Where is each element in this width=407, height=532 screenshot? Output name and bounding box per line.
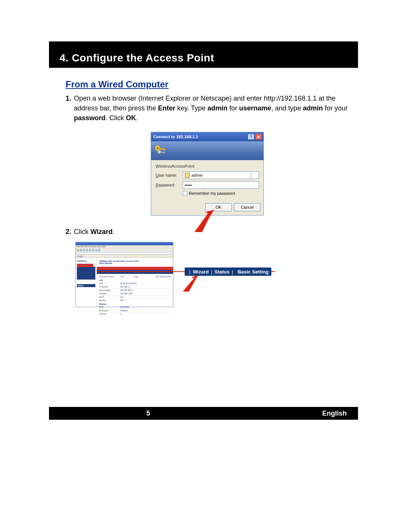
browser-toolbar [76, 248, 173, 252]
home-icon[interactable] [89, 249, 91, 251]
admin-sidebar: TRENDnet Status [76, 258, 97, 307]
section-title: 4. Configure the Access Point [60, 52, 214, 64]
arrow-to-wizard-icon [183, 275, 202, 292]
content-area: From a Wired Computer 1. Open a web brow… [49, 68, 358, 307]
brand-logo: TRENDnet [77, 260, 95, 262]
callout-status[interactable]: Status [214, 269, 230, 275]
step-1: 1. Open a web browser (Internet Explorer… [66, 93, 349, 123]
remember-checkbox-row[interactable]: Remember my password [183, 191, 259, 196]
username-value: admin [191, 173, 203, 177]
sidebar-nav [77, 267, 95, 280]
favorites-icon[interactable] [95, 249, 97, 251]
dialog-title: Connect to 192.168.1.1 [153, 135, 198, 139]
step-2-text: Click Wizard. [74, 227, 349, 237]
login-dialog: Connect to 192.168.1.1 ? ✕ [151, 132, 264, 216]
password-field[interactable]: ••••• [183, 181, 259, 189]
browser-window: File Edit View Favorites Tools Help Goog… [75, 242, 173, 307]
browser-titlebar [76, 242, 173, 245]
address-input[interactable] [77, 252, 172, 254]
ok-button[interactable]: OK [205, 203, 232, 211]
remember-checkbox[interactable] [183, 191, 187, 196]
page-footer: 5 English [49, 407, 358, 420]
close-button[interactable]: ✕ [255, 134, 262, 140]
username-dropdown-icon[interactable]: ˅ [251, 172, 257, 179]
dialog-banner [151, 141, 263, 160]
forward-icon[interactable] [80, 249, 82, 251]
callout-wizard[interactable]: Wizard [193, 269, 209, 275]
callout-basic-setting[interactable]: Basic Setting [237, 269, 268, 275]
product-title: 108Mbps 802.11g Wireless Access Point TE… [99, 260, 173, 264]
browser-addressbar [76, 252, 173, 255]
back-icon[interactable] [77, 249, 79, 251]
step-1-text: Open a web browser (Internet Explorer or… [74, 93, 349, 123]
password-value: ••••• [185, 183, 192, 187]
svg-rect-5 [161, 152, 165, 153]
search-icon[interactable] [92, 249, 94, 251]
step-2: 2. Click Wizard. [66, 227, 349, 237]
step-2-number: 2. [66, 227, 74, 237]
login-dialog-figure: Connect to 192.168.1.1 ? ✕ [151, 132, 264, 216]
svg-marker-7 [183, 275, 199, 292]
top-tabs-blue [97, 270, 173, 274]
page-language: English [322, 410, 347, 417]
section-header: 4. Configure the Access Point [49, 41, 358, 68]
svg-rect-3 [164, 148, 165, 151]
password-label: Password: [156, 183, 183, 187]
svg-point-1 [157, 147, 159, 149]
cancel-button[interactable]: Cancel [234, 203, 260, 211]
status-table: Firmware Version :1.00Date : Thu, 18 May… [99, 275, 171, 315]
browser-figure: File Edit View Favorites Tools Help Goog… [75, 242, 286, 307]
remember-label: Remember my password [189, 191, 235, 196]
media-icon[interactable] [98, 249, 100, 251]
admin-main: 108Mbps 802.11g Wireless Access Point TE… [97, 258, 173, 307]
stop-icon[interactable] [83, 249, 85, 251]
dialog-titlebar: Connect to 192.168.1.1 ? ✕ [151, 132, 263, 141]
step-1-number: 1. [66, 93, 74, 123]
google-toolbar: Google [76, 255, 173, 258]
keys-icon [153, 144, 167, 157]
dialog-realm: WirelessAccessPoint [156, 164, 259, 168]
sidebar-item-status[interactable]: Status [77, 284, 95, 287]
help-button[interactable]: ? [248, 134, 254, 140]
sidebar-tab-wizard[interactable] [77, 264, 93, 267]
top-tabs-red [97, 267, 173, 270]
browser-menubar: File Edit View Favorites Tools Help [76, 245, 173, 248]
subheading: From a Wired Computer [66, 79, 349, 90]
page-number: 5 [146, 410, 150, 417]
nav-callout: | Wizard | Status | Basic Setting [185, 268, 271, 276]
username-field[interactable]: admin ˅ [183, 171, 259, 179]
user-icon [185, 173, 190, 178]
refresh-icon[interactable] [86, 249, 88, 251]
username-label: User name: [156, 173, 183, 177]
